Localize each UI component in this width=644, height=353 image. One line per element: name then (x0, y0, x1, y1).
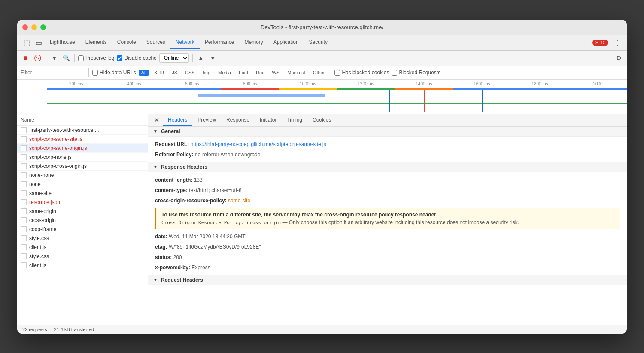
filter-sep2 (331, 68, 331, 77)
close-details-button[interactable]: ✕ (152, 116, 161, 125)
corp-row: cross-origin-resource-policy: same-site (155, 195, 620, 206)
tab-sources[interactable]: Sources (141, 37, 170, 49)
details-tab-timing[interactable]: Timing (282, 114, 307, 126)
hide-data-urls-checkbox[interactable] (92, 70, 98, 76)
search-icon[interactable]: 🔍 (61, 53, 71, 63)
list-item[interactable]: script-corp-none.js (17, 153, 148, 162)
filter-xhr[interactable]: XHR (152, 70, 167, 76)
list-item[interactable]: client.js (17, 243, 148, 252)
device-icon[interactable]: ▭ (33, 37, 45, 49)
preserve-log-label[interactable]: Preserve log (78, 55, 114, 61)
maximize-button[interactable] (40, 24, 46, 30)
tab-lighthouse[interactable]: Lighthouse (45, 37, 80, 49)
file-icon (21, 190, 27, 196)
download-icon[interactable]: ▼ (208, 53, 218, 63)
green-line (47, 103, 627, 104)
filter-icon[interactable]: ▾ (49, 53, 59, 63)
ruler-label-2: 600 ms (163, 82, 221, 86)
filter-css[interactable]: CSS (182, 70, 197, 76)
filter-img[interactable]: Img (200, 70, 213, 76)
ruler-label-8: 1800 ms (511, 82, 569, 86)
filter-media[interactable]: Media (216, 70, 234, 76)
cursor-icon[interactable]: ⬚ (21, 37, 33, 49)
general-section-body: Request URL: https://third-party-no-coep… (148, 137, 627, 162)
file-icon (21, 235, 27, 241)
window-title: DevTools - first-party-test-with-resourc… (261, 24, 383, 30)
network-throttle-select[interactable]: Online (159, 53, 189, 63)
details-panel: ✕ Headers Preview Response Initiator Tim… (148, 114, 627, 325)
filter-other[interactable]: Other (310, 70, 328, 76)
list-item[interactable]: client.js (17, 261, 148, 270)
ruler-label-3: 800 ms (221, 82, 279, 86)
filter-ws[interactable]: WS (270, 70, 283, 76)
file-list: Name first-party-test-with-resource.... … (17, 114, 148, 325)
more-options-icon[interactable]: ⋮ (611, 37, 623, 49)
list-item[interactable]: coop-iframe (17, 225, 148, 234)
file-item-name: first-party-test-with-resource.... (29, 127, 99, 133)
has-blocked-cookies-checkbox[interactable] (334, 70, 340, 76)
error-count: 10 (600, 40, 605, 45)
file-icon (21, 145, 27, 151)
content-length-row: content-length: 133 (155, 175, 620, 185)
warning-code-line: Cross-Origin-Resource-Policy: cross-orig… (161, 219, 615, 225)
details-tab-initiator[interactable]: Initiator (255, 114, 282, 126)
marker-1 (378, 90, 378, 112)
list-item[interactable]: script-corp-same-origin.js (17, 144, 148, 153)
error-badge[interactable]: ✕ 10 (592, 40, 608, 46)
separator-3 (192, 54, 193, 62)
file-icon (21, 181, 27, 187)
list-item[interactable]: none-none (17, 171, 148, 180)
etag-key: etag: (155, 244, 167, 250)
disable-cache-checkbox[interactable] (117, 55, 122, 61)
details-tab-cookies[interactable]: Cookies (307, 114, 336, 126)
filter-font[interactable]: Font (236, 70, 251, 76)
file-item-name: client.js (29, 262, 46, 268)
list-item[interactable]: script-corp-cross-origin.js (17, 162, 148, 171)
list-item[interactable]: cross-origin (17, 216, 148, 225)
list-item[interactable]: first-party-test-with-resource.... (17, 126, 148, 135)
blocked-requests-label[interactable]: Blocked Requests (392, 70, 440, 76)
filter-input[interactable] (21, 70, 85, 76)
tab-elements[interactable]: Elements (80, 37, 112, 49)
list-item[interactable]: resource.json (17, 198, 148, 207)
disable-cache-label[interactable]: Disable cache (117, 55, 156, 61)
list-item[interactable]: style.css (17, 234, 148, 243)
referrer-policy-value: no-referrer-when-downgrade (195, 152, 261, 158)
warning-code: Cross-Origin-Resource-Policy: cross-orig… (161, 220, 281, 225)
list-item[interactable]: same-site (17, 189, 148, 198)
content-type-value: text/html; charset=utf-8 (189, 187, 241, 193)
list-item[interactable]: same-origin (17, 207, 148, 216)
request-url-value[interactable]: https://third-party-no-coep.glitch.me/sc… (191, 141, 326, 147)
ruler-label-0: 200 ms (47, 82, 105, 86)
tab-security[interactable]: Security (304, 37, 333, 49)
warning-suffix: — Only choose this option if an arbitrar… (283, 219, 519, 225)
file-icon (21, 172, 27, 178)
blocked-requests-checkbox[interactable] (392, 70, 397, 76)
list-item[interactable]: script-corp-same-site.js (17, 135, 148, 144)
settings-icon[interactable]: ⚙ (614, 53, 623, 63)
filter-js[interactable]: JS (169, 70, 180, 76)
details-tab-headers[interactable]: Headers (163, 114, 192, 126)
tab-performance[interactable]: Performance (200, 37, 240, 49)
upload-icon[interactable]: ▲ (196, 53, 206, 63)
filter-all[interactable]: All (139, 70, 149, 76)
date-row: date: Wed, 11 Mar 2020 18:44:20 GMT (155, 231, 620, 242)
record-button[interactable]: ⏺ (21, 53, 30, 63)
close-button[interactable] (22, 24, 28, 30)
filter-manifest[interactable]: Manifest (285, 70, 308, 76)
has-blocked-cookies-label[interactable]: Has blocked cookies (334, 70, 389, 76)
details-tab-response[interactable]: Response (221, 114, 255, 126)
list-item[interactable]: style.css (17, 252, 148, 261)
list-item[interactable]: none (17, 180, 148, 189)
tab-console[interactable]: Console (112, 37, 141, 49)
filter-doc[interactable]: Doc (253, 70, 267, 76)
minimize-button[interactable] (31, 24, 37, 30)
blocked-requests-text: Blocked Requests (399, 70, 440, 76)
tab-application[interactable]: Application (268, 37, 304, 49)
hide-data-urls-label[interactable]: Hide data URLs (92, 70, 136, 76)
preserve-log-checkbox[interactable] (78, 55, 84, 61)
details-tab-preview[interactable]: Preview (192, 114, 221, 126)
tab-network[interactable]: Network (170, 37, 200, 49)
tab-memory[interactable]: Memory (240, 37, 268, 49)
clear-button[interactable]: 🚫 (33, 53, 42, 63)
